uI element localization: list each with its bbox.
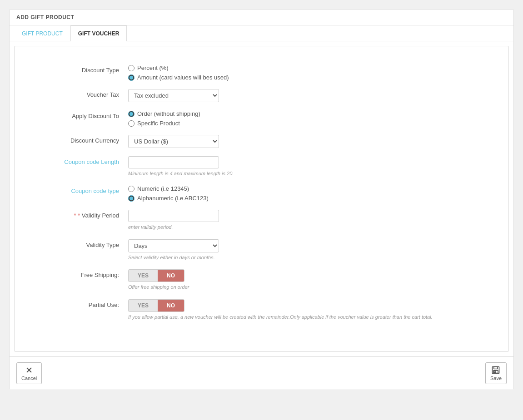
discount-type-row: Discount Type Percent (%) Amount (card v… [37,64,486,81]
save-button[interactable]: Save [485,362,507,384]
tab-gift-product[interactable]: GIFT PRODUCT [14,25,70,41]
validity-period-label: * Validity Period [37,210,128,219]
coupon-type-alphanumeric-radio[interactable] [128,195,134,202]
coupon-length-content: Minimum length is 4 and maximum length i… [128,156,486,177]
partial-use-no-button[interactable]: NO [158,300,184,311]
apply-discount-radio-group: Order (without shipping) Specific Produc… [128,110,486,127]
apply-discount-specific-radio[interactable] [128,120,134,127]
cancel-icon [25,366,34,375]
free-shipping-label: Free Shipping: [37,269,128,278]
coupon-length-hint: Minimum length is 4 and maximum length i… [128,170,486,177]
cancel-button[interactable]: Cancel [16,362,42,384]
coupon-type-numeric[interactable]: Numeric (i.e 12345) [128,185,486,192]
voucher-tax-row: Voucher Tax Tax excluded Tax included [37,89,486,102]
validity-type-row: Validity Type Days Months Select validit… [37,239,486,261]
partial-use-hint: If you allow partial use, a new voucher … [128,314,486,321]
free-shipping-hint: Offer free shipping on order [128,284,486,291]
apply-discount-order-radio[interactable] [128,111,134,117]
coupon-length-input[interactable] [128,156,219,168]
coupon-type-radio-group: Numeric (i.e 12345) Alphanumeric (i.e AB… [128,185,486,202]
coupon-type-numeric-label: Numeric (i.e 12345) [137,185,189,192]
free-shipping-content: YES NO Offer free shipping on order [128,269,486,291]
discount-type-content: Percent (%) Amount (card values will bes… [128,64,486,81]
cancel-label: Cancel [21,376,37,381]
discount-type-amount-label: Amount (card values will bes used) [137,74,229,81]
validity-period-input[interactable] [128,210,219,222]
apply-discount-content: Order (without shipping) Specific Produc… [128,110,486,127]
footer: Cancel Save [10,356,513,390]
free-shipping-yes-button[interactable]: YES [129,270,158,282]
apply-discount-order[interactable]: Order (without shipping) [128,110,486,117]
apply-discount-row: Apply Discount To Order (without shippin… [37,110,486,127]
tab-gift-voucher[interactable]: GIFT VOUCHER [70,25,127,41]
validity-period-hint: enter validity period. [128,224,486,231]
coupon-type-label: Coupon code type [37,185,128,194]
discount-type-percent[interactable]: Percent (%) [128,64,486,71]
coupon-length-row: Coupon code Length Minimum length is 4 a… [37,156,486,177]
svg-rect-5 [494,371,496,373]
apply-discount-label: Apply Discount To [37,110,128,119]
coupon-type-numeric-radio[interactable] [128,186,134,192]
discount-type-amount-radio[interactable] [128,74,134,81]
discount-currency-content: US Dollar ($) Euro (€) British Pound (£) [128,135,486,148]
voucher-tax-content: Tax excluded Tax included [128,89,486,102]
coupon-length-label: Coupon code Length [37,156,128,165]
discount-type-percent-label: Percent (%) [137,64,169,71]
form-body: Discount Type Percent (%) Amount (card v… [19,55,504,342]
discount-type-label: Discount Type [37,64,128,74]
discount-currency-label: Discount Currency [37,135,128,144]
discount-type-radio-group: Percent (%) Amount (card values will bes… [128,64,486,81]
form-card: Discount Type Percent (%) Amount (card v… [14,46,509,352]
apply-discount-specific-label: Specific Product [137,120,180,127]
save-icon [491,366,500,375]
partial-use-yes-button[interactable]: YES [129,300,158,311]
voucher-tax-select[interactable]: Tax excluded Tax included [128,89,219,102]
svg-rect-3 [494,366,498,369]
validity-type-label: Validity Type [37,239,128,248]
page-title: ADD GIFT PRODUCT [10,10,513,25]
validity-type-content: Days Months Select validity either in da… [128,239,486,261]
partial-use-label: Partial Use: [37,299,128,308]
validity-period-content: enter validity period. [128,210,486,231]
free-shipping-toggle: YES NO [128,269,184,282]
partial-use-content: YES NO If you allow partial use, a new v… [128,299,486,321]
coupon-type-alphanumeric[interactable]: Alphanumeric (i.e ABC123) [128,195,486,202]
validity-period-row: * Validity Period enter validity period. [37,210,486,231]
save-label: Save [490,376,502,381]
discount-currency-row: Discount Currency US Dollar ($) Euro (€)… [37,135,486,148]
coupon-type-content: Numeric (i.e 12345) Alphanumeric (i.e AB… [128,185,486,202]
partial-use-row: Partial Use: YES NO If you allow partial… [37,299,486,321]
coupon-type-row: Coupon code type Numeric (i.e 12345) Alp… [37,185,486,202]
free-shipping-row: Free Shipping: YES NO Offer free shippin… [37,269,486,291]
discount-type-amount[interactable]: Amount (card values will bes used) [128,74,486,81]
free-shipping-no-button[interactable]: NO [158,270,184,282]
coupon-type-alphanumeric-label: Alphanumeric (i.e ABC123) [137,195,209,202]
apply-discount-specific[interactable]: Specific Product [128,120,486,127]
main-container: ADD GIFT PRODUCT GIFT PRODUCT GIFT VOUCH… [9,9,514,390]
apply-discount-order-label: Order (without shipping) [137,110,200,117]
validity-type-select[interactable]: Days Months [128,239,219,252]
discount-type-percent-radio[interactable] [128,65,134,71]
partial-use-toggle: YES NO [128,299,184,312]
validity-type-hint: Select validity either in days or months… [128,254,486,261]
voucher-tax-label: Voucher Tax [37,89,128,98]
tabs-bar: GIFT PRODUCT GIFT VOUCHER [10,25,513,41]
discount-currency-select[interactable]: US Dollar ($) Euro (€) British Pound (£) [128,135,219,148]
